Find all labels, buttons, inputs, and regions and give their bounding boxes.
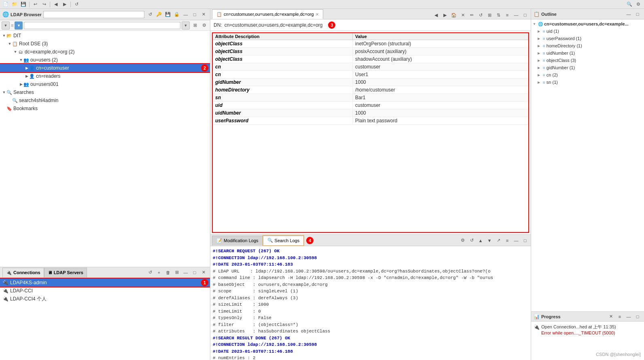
tree-item-dc-example[interactable]: ▼ 🗂 dc=example,dc=org (2) (0, 48, 210, 56)
ldap-browser-search-input[interactable] (43, 11, 144, 18)
outline-userpassword-icon: ≡ (543, 36, 545, 41)
attr-table-row[interactable]: snBar1 (213, 94, 528, 102)
tree-item-cn-readers[interactable]: ▶ 👤 cn=readers (0, 72, 210, 80)
log-minimize-btn[interactable]: — (512, 236, 520, 245)
attr-table-row[interactable]: uidNumber1000 (213, 109, 528, 117)
outline-item-homedirectory[interactable]: ▶ ≡ homeDirectory (1) (531, 42, 644, 49)
progress-minimize-btn[interactable]: — (625, 313, 633, 321)
log-up-btn[interactable]: ▲ (477, 236, 485, 245)
outline-item-cn[interactable]: ▶ ≡ cn (2) (531, 71, 644, 79)
searches-arrow: ▼ (2, 90, 6, 95)
tree-filter-dropdown[interactable]: ▼ (182, 21, 190, 30)
attr-table-row[interactable]: objectClassshadowAccount (auxiliary) (213, 55, 528, 63)
outline-item-uidnumber[interactable]: ▶ ≡ uidNumber (1) (531, 49, 644, 57)
outline-item-objectclass[interactable]: ▶ ≡ objectClass (3) (531, 57, 644, 64)
ldap-servers-tab[interactable]: 🖥 LDAP Servers (44, 268, 87, 277)
tree-item-dit[interactable]: ▼ 📂 DIT (0, 32, 210, 40)
tree-item-bookmarks[interactable]: ▶ 🔖 Bookmarks (0, 104, 210, 113)
progress-clear-btn[interactable]: ✕ (607, 313, 615, 321)
undo-button[interactable]: ↩ (31, 0, 39, 9)
save-button[interactable]: 💾 (19, 0, 28, 9)
attr-table-row[interactable]: gidNumber1000 (213, 79, 528, 86)
ct-home-btn[interactable]: 🏠 (450, 11, 458, 19)
ct-delete-btn[interactable]: ✕ (459, 11, 467, 19)
modification-logs-tab[interactable]: 📝 Modification Logs (212, 236, 263, 245)
ldap-box-button[interactable]: □ (191, 11, 199, 19)
ldap-reload-button[interactable]: ↺ (146, 11, 154, 19)
outline-item-uid[interactable]: ▶ ≡ uid (1) (531, 28, 644, 35)
log-down-btn[interactable]: ▼ (485, 236, 494, 245)
outline-item-userpassword[interactable]: ▶ ≡ userPassword (1) (531, 35, 644, 42)
search-logs-tab[interactable]: 🔍 Search Logs (263, 236, 304, 245)
tree-expand-btn[interactable]: ⊞ (191, 21, 199, 30)
outline-gidnumber-arrow: ▶ (538, 66, 542, 70)
outline-item-root[interactable]: ▼ 🌐 cn=customuser,ou=users,dc=example... (531, 20, 644, 28)
progress-menu-btn[interactable]: ≡ (616, 313, 624, 321)
ct-menu-btn[interactable]: ≡ (503, 11, 511, 19)
conn-delete-btn[interactable]: 🗑 (164, 268, 172, 277)
log-menu-btn[interactable]: ≡ (503, 236, 511, 245)
ct-sort-btn[interactable]: ⇅ (494, 11, 502, 19)
progress-box-btn[interactable]: □ (633, 313, 642, 321)
dn-value: cn=customuser,ou=users,dc=example,dc=org (225, 22, 323, 28)
outline-item-sn[interactable]: ▶ ≡ sn (1) (531, 79, 644, 86)
log-export-btn[interactable]: ↗ (494, 236, 502, 245)
log-refresh-btn[interactable]: ↺ (468, 236, 476, 245)
conn-expand-btn[interactable]: ⊞ (173, 268, 181, 277)
center-tab-close[interactable]: ✕ (316, 12, 319, 17)
attr-table-row[interactable]: homeDirectory/home/customuser (213, 86, 528, 94)
conn-box-btn[interactable]: □ (191, 268, 199, 277)
ct-minimize-btn[interactable]: — (512, 11, 520, 19)
ldap-save-button[interactable]: 💾 (164, 11, 172, 19)
outline-box-btn[interactable]: □ (633, 10, 642, 18)
conn-add-btn[interactable]: + (155, 268, 163, 277)
open-button[interactable]: 📁 (11, 0, 19, 9)
tree-settings-btn[interactable]: ⚙ (200, 21, 208, 30)
ldap-lock-button[interactable]: 🔒 (173, 11, 181, 19)
conn-close-btn[interactable]: ✕ (199, 268, 208, 277)
conn-item-ldap4ks-admin[interactable]: 🔌 LDAP4KS-admin 1 (0, 279, 210, 287)
redo-button[interactable]: ↪ (40, 0, 48, 9)
ct-forward-btn[interactable]: ▶ (441, 11, 449, 19)
ct-back-btn[interactable]: ◀ (432, 11, 440, 19)
log-box-btn[interactable]: □ (521, 236, 529, 245)
connections-tab[interactable]: 🔌 Connections (2, 268, 44, 277)
new-button[interactable]: 📄 (2, 0, 10, 9)
ct-tree-add-btn[interactable]: ⊞ (485, 11, 494, 19)
tree-dropdown-btn[interactable]: ▼ (2, 21, 10, 30)
back-button[interactable]: ◀ (52, 0, 60, 9)
ldap-key-button[interactable]: 🔑 (155, 11, 163, 19)
ct-box-btn[interactable]: □ (521, 11, 529, 19)
ct-refresh-btn[interactable]: ↺ (477, 11, 485, 19)
center-main-tab[interactable]: 📋 cn=customuser,ou=users,dc=example,dc=o… (212, 9, 323, 19)
conn-item-ldap-cci4[interactable]: 🔌 LDAP-CCI4 个人 (0, 295, 210, 303)
attr-table-row[interactable]: objectClassposixAccount (auxiliary) (213, 48, 528, 55)
tree-search-input[interactable] (24, 22, 180, 29)
tree-item-ou-users[interactable]: ▼ 👥 ou=users (2) (0, 56, 210, 64)
outline-minimize-btn[interactable]: — (625, 10, 633, 18)
attr-table-row[interactable]: cncustomuser (213, 63, 528, 71)
ldap-minus-button[interactable]: — (182, 11, 190, 19)
outline-toolbar: — □ (625, 10, 642, 18)
conn-minimize-btn[interactable]: — (182, 268, 190, 277)
ct-edit-btn[interactable]: ✏ (468, 11, 476, 19)
tree-item-searches[interactable]: ▼ 🔍 Searches (0, 88, 210, 96)
outline-item-gidnumber[interactable]: ▶ ≡ gidNumber (1) (531, 64, 644, 71)
tree-item-cn-customuser[interactable]: ▶ 👤 cn=customuser 2 (0, 64, 210, 72)
tree-item-search4shl4admin[interactable]: ▶ 🔍 search4shl4admin (0, 96, 210, 104)
attr-table-row[interactable]: uidcustomuser (213, 102, 528, 109)
tree-blue-btn[interactable]: ▼ (15, 21, 23, 30)
search-top-button[interactable]: 🔍 (625, 0, 633, 9)
tree-item-root-dse[interactable]: ▼ 📋 Root DSE (3) (0, 40, 210, 48)
attr-table-row[interactable]: userPasswordPlain text password (213, 117, 528, 125)
settings-button[interactable]: ⚙ (634, 0, 642, 9)
conn-item-ldap-cci[interactable]: 🔌 LDAP-CCI (0, 287, 210, 295)
tree-item-ou-users001[interactable]: ▶ 👥 ou=users001 (0, 80, 210, 88)
conn-refresh-btn[interactable]: ↺ (146, 268, 154, 277)
ldap-close-button[interactable]: ✕ (199, 11, 208, 19)
refresh-button[interactable]: ↺ (72, 0, 80, 9)
attr-table-row[interactable]: objectClassinetOrgPerson (structural) (213, 40, 528, 48)
attr-table-row[interactable]: cnUser1 (213, 71, 528, 79)
forward-button[interactable]: ▶ (61, 0, 69, 9)
log-settings-btn[interactable]: ⚙ (459, 236, 467, 245)
